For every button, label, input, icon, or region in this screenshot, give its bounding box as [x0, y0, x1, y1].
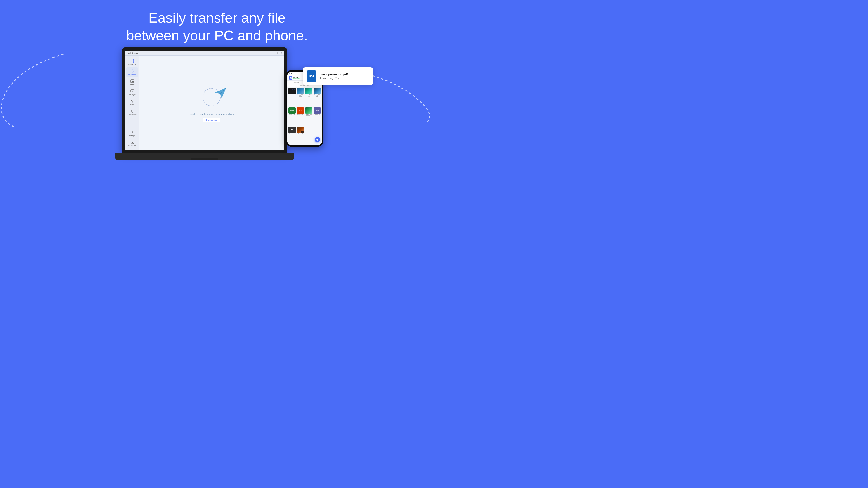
- tab-received[interactable]: Received: [287, 80, 305, 84]
- sidebar-label-calls: Calls: [130, 104, 134, 106]
- transfer-file-name: Intel-vpro-report.pdf: [320, 73, 348, 76]
- pptx-badge: PPTX: [297, 107, 304, 113]
- photo-thumbnail-3: [313, 88, 321, 94]
- maximize-button[interactable]: □: [276, 52, 278, 54]
- notifications-icon: [130, 109, 134, 113]
- browse-files-button[interactable]: Browse files: [203, 118, 221, 122]
- svg-text:PDF: PDF: [309, 75, 314, 78]
- svg-point-11: [290, 77, 291, 78]
- sidebar-item-calls[interactable]: Calls: [126, 98, 138, 107]
- row-label: Report.row: [315, 114, 320, 115]
- phone-icon: [130, 59, 134, 63]
- settings-icon: [130, 130, 134, 134]
- photo-thumbnail-1: [297, 88, 304, 94]
- phone-app-title: My PC: [293, 76, 300, 78]
- file-thumb-xlsx: XLSX Plan2022.xlsx: [288, 107, 296, 126]
- photo-label-3: Image_0009: [314, 94, 320, 96]
- screenshot-thumbnail: [305, 107, 312, 113]
- sidebar-item-file-transfer[interactable]: File transfer: [126, 67, 138, 77]
- file-transfer-icon: [130, 69, 134, 73]
- messages-icon: [130, 89, 134, 93]
- file-grid: Sending... Image_0008 46.jpg Image_0009 …: [287, 87, 322, 145]
- svg-point-6: [131, 132, 133, 133]
- sidebar-label-file-transfer: File transfer: [128, 74, 136, 75]
- sending-thumb: [288, 88, 296, 94]
- sidebar-label-phone: Iphone XR: [128, 64, 136, 66]
- transfer-card: PDF Intel-vpro-report.pdf Transferring 8…: [303, 67, 373, 85]
- file-thumb-sending: Sending...: [288, 88, 296, 107]
- transfer-status: Transferring 86%: [320, 77, 348, 79]
- photo-thumbnail-6: 3:04:57: [297, 127, 304, 133]
- sidebar-item-notifications[interactable]: Notifications: [126, 107, 138, 117]
- sidebar-label-messages: Messages: [129, 94, 136, 96]
- file-thumb-photo1: Image_0008 46.jpg: [297, 88, 304, 107]
- sidebar-label-notifications: Notifications: [128, 114, 136, 116]
- laptop-bezel: Intel Unison — □ ✕: [122, 47, 287, 153]
- laptop-screen: Intel Unison — □ ✕: [125, 51, 284, 150]
- file-thumb-photo6: 3:04:57 Photo.mp4: [297, 127, 304, 144]
- svg-point-1: [132, 62, 132, 63]
- sidebar-item-downloads[interactable]: Downloads: [126, 139, 138, 148]
- calls-icon: [130, 99, 134, 103]
- screenshot-label: Screen_Shot: [306, 114, 312, 115]
- sidebar-item-settings[interactable]: Settings: [126, 129, 138, 138]
- file-thumb-pptx: PPTX Intel-vpro.pdf: [297, 107, 304, 126]
- photo-label-1: Image_0008: [298, 94, 303, 96]
- app-titlebar: Intel Unison — □ ✕: [125, 51, 284, 56]
- laptop: Intel Unison — □ ✕: [115, 47, 294, 165]
- downloads-icon: [130, 140, 134, 144]
- photo-size-2: 49.jpg: [307, 96, 310, 97]
- laptop-base: [115, 153, 294, 160]
- screenshot-date: 2023-03-...: [306, 116, 311, 117]
- send-fab-button[interactable]: [315, 137, 320, 142]
- app-window: Intel Unison — □ ✕: [125, 51, 284, 150]
- xlsx-badge: XLSX: [288, 107, 296, 113]
- close-button[interactable]: ✕: [280, 52, 282, 54]
- titlebar-controls: — □ ✕: [273, 52, 282, 54]
- drop-text: Drop files here to transfer them to your…: [189, 113, 235, 116]
- avi-label: Mediatech.avi: [289, 133, 295, 134]
- pdf-file-icon: PDF: [307, 70, 316, 82]
- photo-size-1: 46.jpg: [299, 96, 302, 97]
- drop-zone[interactable]: [191, 84, 232, 111]
- file-thumb-photo3: Image_0009 43.jpg: [313, 88, 321, 107]
- sidebar-label-downloads: Downloads: [128, 145, 136, 147]
- pptx-label: Intel-vpro.pdf: [298, 114, 303, 115]
- photo-size-3: 43.jpg: [316, 96, 318, 97]
- file-thumb-avi: AVI Mediatech.avi: [288, 127, 296, 144]
- sidebar: Iphone XR: [125, 56, 139, 150]
- avi-badge: AVI: [288, 127, 296, 133]
- hero-section: Easily transfer any file between your PC…: [0, 0, 434, 44]
- hero-line1: Easily transfer any file: [149, 10, 285, 26]
- file-thumb-photo2: Image_0009 49.jpg: [305, 88, 313, 107]
- paper-plane-icon: [214, 86, 227, 99]
- sidebar-item-phone[interactable]: Iphone XR: [126, 57, 138, 67]
- transfer-info: Intel-vpro-report.pdf Transferring 86%: [320, 73, 348, 79]
- app-title: Intel Unison: [127, 52, 138, 54]
- main-scene: Intel Unison — □ ✕: [115, 47, 319, 178]
- svg-point-12: [289, 90, 291, 92]
- phone-connection-status: Connected: [293, 78, 300, 79]
- sidebar-item-gallery[interactable]: Gallery: [126, 77, 138, 87]
- photo-thumbnail-2: [305, 88, 312, 94]
- hero-line2: between your PC and phone.: [126, 28, 308, 43]
- file-thumb-screenshot: Screen_Shot 2023-03-...: [305, 107, 313, 126]
- gallery-icon: [130, 79, 134, 84]
- minimize-button[interactable]: —: [273, 52, 275, 54]
- sidebar-item-messages[interactable]: Messages: [126, 88, 138, 97]
- photo-label-6: Photo.mp4: [298, 133, 303, 134]
- xlsx-label: Plan2022.xlsx: [289, 114, 295, 115]
- phone-app-icon: [289, 76, 292, 79]
- photo-label-2: Image_0009: [306, 94, 311, 96]
- sidebar-label-settings: Settings: [129, 135, 135, 137]
- row-badge: ROW: [313, 107, 321, 113]
- file-thumb-row: ROW Report.row: [313, 107, 321, 126]
- sidebar-label-gallery: Gallery: [129, 84, 134, 86]
- phone-time: 15:27: [289, 73, 293, 74]
- app-body: Iphone XR: [125, 56, 284, 150]
- sending-status: Sending...: [290, 94, 294, 96]
- dashed-curve-left: [0, 50, 72, 129]
- main-file-transfer: Drop files here to transfer them to your…: [139, 56, 284, 150]
